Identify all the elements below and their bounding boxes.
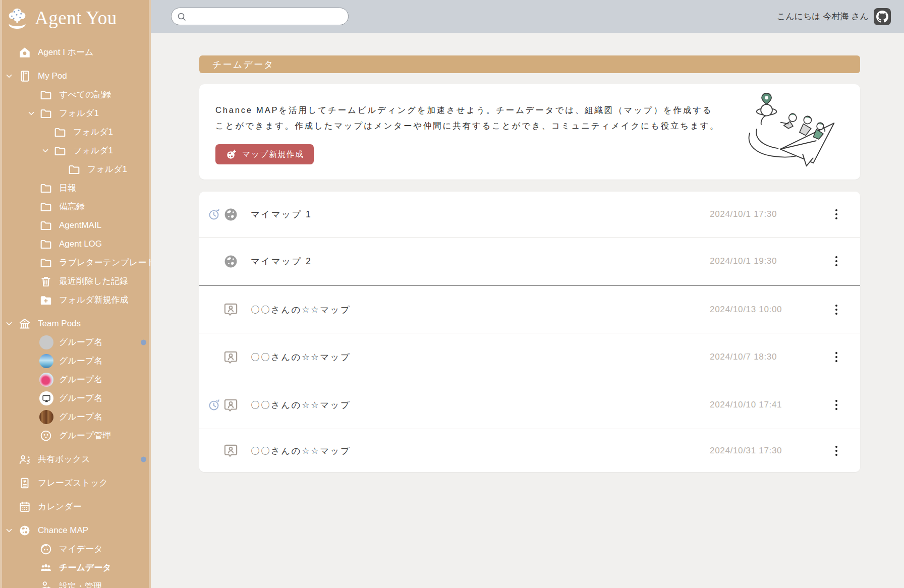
map-list-item[interactable]: 〇〇さんの☆☆マップ 2024/10/7 18:30 <box>199 333 860 381</box>
map-date: 2024/10/1 17:30 <box>710 209 831 219</box>
group-avatar <box>39 335 53 349</box>
sidebar-item-calendar[interactable]: カレンダー <box>0 497 151 516</box>
user-greeting-area: こんにちは 今村海 さん <box>777 8 891 25</box>
map-date: 2024/10/31 17:30 <box>710 446 831 456</box>
sidebar-item-team-pods[interactable]: Team Pods <box>0 314 151 333</box>
map-title: 〇〇さんの☆☆マップ <box>251 304 351 316</box>
people-share-icon <box>18 453 31 466</box>
notification-dot <box>141 456 146 462</box>
sidebar-item-team-data[interactable]: チームデータ <box>0 558 151 577</box>
top-bar: こんにちは 今村海 さん <box>151 0 904 33</box>
sidebar-item-folder1-grandchild[interactable]: フォルダ1 <box>0 160 151 179</box>
team-building-illustration <box>745 87 841 169</box>
folder-icon <box>39 88 52 101</box>
bank-icon <box>18 317 31 330</box>
folder-icon <box>39 107 52 120</box>
sidebar-item-my-pod[interactable]: My Pod <box>0 67 151 85</box>
sidebar-item-group-3[interactable]: グループ名 <box>0 370 151 389</box>
search-bar[interactable] <box>171 8 349 25</box>
folder-icon <box>53 144 67 157</box>
folder-icon <box>39 200 52 213</box>
map-title: マイマップ 2 <box>251 255 312 267</box>
github-account-button[interactable] <box>874 8 891 25</box>
sidebar-item-phrase-stock[interactable]: フレーズストック <box>0 474 151 492</box>
map-list-item[interactable]: マイマップ 2 2024/10/1 19:30 <box>199 237 860 285</box>
row-menu-button[interactable] <box>831 302 842 317</box>
sidebar-item-group-2[interactable]: グループ名 <box>0 351 151 370</box>
folder-icon <box>39 256 52 269</box>
sidebar-item-agent-home[interactable]: Agent I ホーム <box>0 43 151 62</box>
phrase-card-icon <box>18 477 31 490</box>
map-title: 〇〇さんの☆☆マップ <box>251 399 351 411</box>
sidebar-item-love-letter-template[interactable]: ラブレターテンプレート <box>0 253 151 272</box>
map-title: マイマップ 1 <box>251 208 312 220</box>
sidebar-item-folder1-child[interactable]: フォルダ1 <box>0 123 151 141</box>
sidebar-item-my-data[interactable]: マイデータ <box>0 540 151 558</box>
sidebar-item-chance-map[interactable]: Chance MAP <box>0 521 151 540</box>
group-avatar <box>39 373 53 387</box>
row-menu-button[interactable] <box>831 207 842 222</box>
sidebar-item-group-5[interactable]: グループ名 <box>0 407 151 426</box>
map-title: 〇〇さんの☆☆マップ <box>251 351 351 363</box>
recent-clock-icon <box>207 208 220 221</box>
chevron-down-icon[interactable] <box>5 319 14 328</box>
row-menu-button[interactable] <box>831 254 842 269</box>
intro-description: Chance MAPを活用してチームビルディングを加速させよう。チームデータでは… <box>215 102 729 133</box>
book-icon <box>18 70 31 83</box>
map-list-item[interactable]: 〇〇さんの☆☆マップ 2024/10/31 17:30 <box>199 429 860 472</box>
globe-icon <box>18 524 31 537</box>
folder-icon <box>68 163 81 176</box>
map-list-item[interactable]: 〇〇さんの☆☆マップ 2024/10/13 10:00 <box>199 285 860 333</box>
app-logo[interactable]: Agent You <box>0 0 151 34</box>
sidebar-item-shared-box[interactable]: 共有ボックス <box>0 450 151 468</box>
sidebar-item-daily-report[interactable]: 日報 <box>0 179 151 197</box>
sidebar-item-group-4[interactable]: グループ名 <box>0 389 151 407</box>
map-date: 2024/10/1 19:30 <box>710 256 831 266</box>
sidebar-item-group-1[interactable]: グループ名 <box>0 333 151 351</box>
sidebar-item-settings-admin[interactable]: 設定・管理 <box>0 577 151 588</box>
group-avatar <box>39 410 53 424</box>
sidebar-item-folder1-child2[interactable]: フォルダ1 <box>0 141 151 160</box>
app-title: Agent You <box>35 7 117 29</box>
globe-plus-icon <box>225 149 237 160</box>
chevron-down-icon[interactable] <box>41 146 50 155</box>
search-input[interactable] <box>190 12 343 21</box>
sidebar-item-agentmail[interactable]: AgentMAIL <box>0 216 151 234</box>
person-bubble-icon <box>223 397 239 413</box>
sidebar-item-agent-log[interactable]: Agent LOG <box>0 234 151 253</box>
person-bubble-icon <box>223 302 239 317</box>
row-menu-button[interactable] <box>831 349 842 365</box>
home-icon <box>18 46 31 59</box>
main-content: チームデータ Chance MAPを活用してチームビルディングを加速させよう。チ… <box>151 33 904 588</box>
notification-dot <box>141 339 146 345</box>
sidebar-item-group-manage[interactable]: グループ管理 <box>0 426 151 445</box>
new-map-button[interactable]: マップ新規作成 <box>215 144 314 164</box>
sidebar-item-folder1[interactable]: フォルダ1 <box>0 104 151 123</box>
globe-avatar-icon <box>223 254 239 269</box>
folder-icon <box>39 238 52 251</box>
github-icon <box>876 11 888 23</box>
calendar-icon <box>18 500 31 513</box>
chevron-down-icon[interactable] <box>27 109 36 118</box>
map-date: 2024/10/10 17:41 <box>710 400 831 410</box>
sidebar-item-new-folder[interactable]: フォルダ新規作成 <box>0 290 151 309</box>
map-date: 2024/10/7 18:30 <box>710 352 831 362</box>
map-title: 〇〇さんの☆☆マップ <box>251 445 351 457</box>
user-greeting: こんにちは 今村海 さん <box>777 11 869 22</box>
team-icon <box>39 561 52 574</box>
row-menu-button[interactable] <box>831 443 842 458</box>
row-menu-button[interactable] <box>831 397 842 413</box>
map-list-item[interactable]: 〇〇さんの☆☆マップ 2024/10/10 17:41 <box>199 381 860 429</box>
person-gear-icon <box>39 580 52 588</box>
chevron-down-icon[interactable] <box>5 72 14 81</box>
sidebar-item-all-records[interactable]: すべての記録 <box>0 85 151 104</box>
recent-clock-icon <box>207 398 220 411</box>
map-list-item[interactable]: マイマップ 1 2024/10/1 17:30 <box>199 192 860 237</box>
chevron-down-icon[interactable] <box>5 526 14 535</box>
folder-plus-icon <box>39 293 52 307</box>
map-date: 2024/10/13 10:00 <box>710 305 831 315</box>
group-avatar <box>39 391 53 405</box>
sidebar-item-recently-deleted[interactable]: 最近削除した記録 <box>0 272 151 290</box>
sidebar-item-memo[interactable]: 備忘録 <box>0 197 151 216</box>
globe-avatar-icon <box>223 207 239 222</box>
